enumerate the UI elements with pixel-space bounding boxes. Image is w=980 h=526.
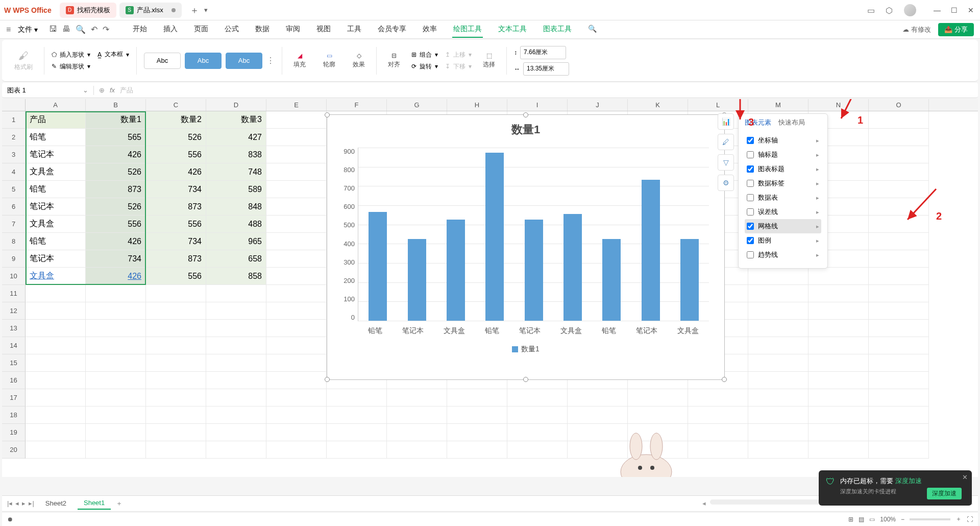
cell[interactable] [206,354,266,372]
formula-content[interactable]: 产品 [120,86,133,95]
group-icon[interactable]: ⊞ [411,51,416,58]
cell[interactable] [266,181,327,198]
cell[interactable] [266,320,327,337]
cell[interactable] [869,372,929,389]
menu-efficiency[interactable]: 效率 [422,21,438,38]
menu-view[interactable]: 视图 [315,21,332,38]
cell[interactable] [447,407,507,424]
cell[interactable] [146,424,206,441]
chart-element-checkbox[interactable] [747,251,754,258]
cell[interactable]: 产品 [26,111,86,129]
resize-handle-se[interactable] [722,377,727,382]
cell[interactable] [869,216,929,233]
cell[interactable] [748,407,808,424]
cell[interactable] [869,163,929,181]
chart-bar[interactable] [485,153,504,321]
cell[interactable] [206,337,266,354]
col-header[interactable]: G [387,99,447,111]
save-icon[interactable]: 🖫 [49,25,57,34]
hscroll-left-icon[interactable]: ◂ [702,499,706,507]
width-input[interactable] [523,62,569,76]
cell[interactable] [86,354,146,372]
cell[interactable] [808,424,869,441]
cell[interactable] [206,389,266,407]
select-icon[interactable]: ⬚ [486,52,492,59]
cell[interactable] [808,268,869,285]
chart-element-item[interactable]: 数据标签▸ [745,176,821,190]
cell[interactable] [869,337,929,354]
cell[interactable] [808,389,869,407]
cell[interactable] [146,302,206,320]
cell[interactable] [568,389,628,407]
cell[interactable]: 526 [146,129,206,146]
cell[interactable]: 笔记本 [26,250,86,268]
cell[interactable] [869,198,929,216]
height-input[interactable] [520,46,566,59]
cell[interactable] [808,354,869,372]
fullscreen-icon[interactable]: ⛶ [967,516,973,523]
cell[interactable] [869,407,929,424]
chart-bar[interactable] [525,220,543,321]
col-header[interactable]: D [206,99,266,111]
chart-element-item[interactable]: 数据表▸ [745,190,821,205]
cell[interactable]: 426 [86,233,146,250]
row-header[interactable]: 12 [2,302,26,320]
cell[interactable] [447,441,507,459]
chevron-right-icon[interactable]: ▸ [816,166,819,173]
cell[interactable]: 526 [86,163,146,181]
chart-title[interactable]: 数量1 [327,122,724,137]
cell[interactable]: 文具盒 [26,268,86,285]
insert-shape-label[interactable]: 插入形状 [60,51,84,59]
cell[interactable] [206,441,266,459]
cell[interactable]: 734 [146,233,206,250]
cell[interactable]: 427 [206,129,266,146]
cell[interactable] [206,302,266,320]
cell[interactable] [748,302,808,320]
cell[interactable] [266,146,327,163]
cell[interactable]: 556 [86,216,146,233]
row-header[interactable]: 10 [2,268,26,285]
cube-icon[interactable]: ⬡ [886,6,895,15]
preview-icon[interactable]: 🔍 [76,25,86,34]
row-header[interactable]: 3 [2,146,26,163]
menu-page[interactable]: 页面 [193,21,209,38]
cell[interactable] [266,441,327,459]
resize-handle-sw[interactable] [325,377,330,382]
chart-element-item[interactable]: 图表标题▸ [745,162,821,176]
cell[interactable] [206,372,266,389]
row-header[interactable]: 5 [2,181,26,198]
col-header[interactable]: B [86,99,146,111]
cell[interactable]: 426 [86,268,146,285]
style-more-icon[interactable]: ⋮ [266,56,275,65]
style-preset-1[interactable]: Abc [144,53,181,69]
cell[interactable]: 734 [86,250,146,268]
changes-indicator[interactable]: ☁ 有修改 [902,25,931,34]
row-header[interactable]: 6 [2,198,26,216]
zoom-slider[interactable] [910,518,950,520]
view-normal-icon[interactable]: ⊞ [848,516,853,523]
cell[interactable]: 556 [146,146,206,163]
resize-handle-s[interactable] [523,377,528,382]
cell[interactable] [266,372,327,389]
chart-element-item[interactable]: 图例▸ [745,233,821,248]
edit-shape-label[interactable]: 编辑形状 [60,62,84,71]
chart-element-checkbox[interactable] [747,208,754,216]
chart-style-button[interactable]: 🖊 [718,134,734,150]
cell[interactable]: 873 [86,181,146,198]
cell[interactable] [206,320,266,337]
menu-insert[interactable]: 插入 [162,21,179,38]
cell[interactable] [869,250,929,268]
col-header[interactable]: F [327,99,387,111]
select-all-corner[interactable] [2,99,26,111]
cell[interactable] [688,407,748,424]
cell[interactable]: 笔记本 [26,146,86,163]
menu-tools[interactable]: 工具 [346,21,362,38]
chart-element-item[interactable]: 趋势线▸ [745,248,821,262]
cell[interactable]: 658 [206,250,266,268]
cell[interactable] [748,285,808,302]
chevron-right-icon[interactable]: ▸ [816,223,819,230]
cell[interactable] [266,233,327,250]
cell[interactable] [146,337,206,354]
cell[interactable] [266,424,327,441]
add-sheet-button[interactable]: ＋ [116,499,122,508]
